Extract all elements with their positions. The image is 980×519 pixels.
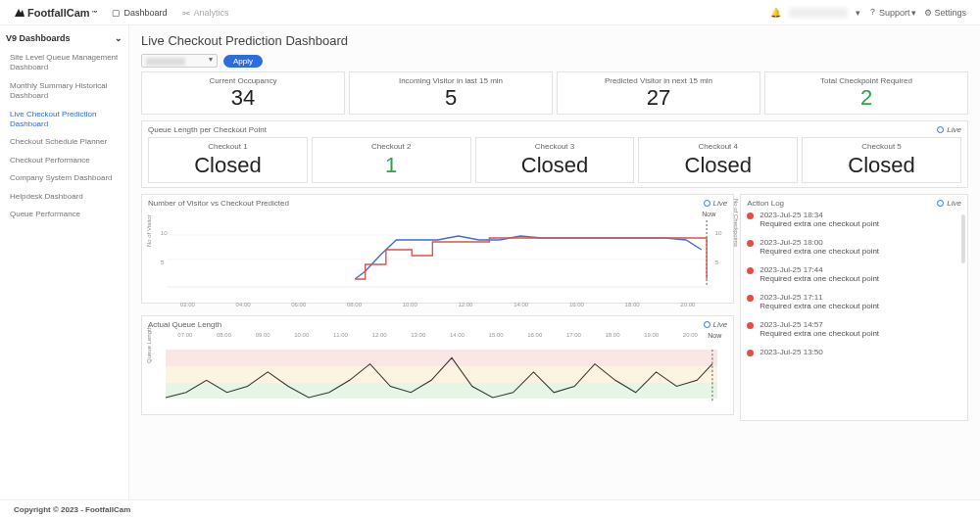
x-tick: 15:00 <box>476 332 515 338</box>
x-tick: 09:00 <box>243 332 282 338</box>
live-indicator: Live <box>704 199 728 208</box>
caret-down-icon: ▾ <box>911 8 916 18</box>
log-msg: Required extra one checkout point <box>760 302 879 310</box>
live-label: Live <box>947 125 961 134</box>
metric-label: Predicted Visitor in next 15 min <box>564 76 754 85</box>
y-axis-left-label: No of Visitor <box>146 215 152 248</box>
brand-name: FootfallCam <box>27 7 90 19</box>
settings-link[interactable]: ⚙ Settings <box>924 8 966 18</box>
nav-dashboard[interactable]: ▢ Dashboard <box>112 8 168 18</box>
brand-logo-icon <box>14 7 25 19</box>
x-tick: 06:00 <box>270 302 326 307</box>
x-tick: 18:00 <box>605 302 661 307</box>
y-tick: 10 <box>715 229 723 236</box>
metric-label: Current Occupancy <box>148 76 338 85</box>
nav-dashboard-label: Dashboard <box>124 8 168 18</box>
x-tick: 16:00 <box>515 332 555 338</box>
metric-value: 2 <box>771 86 961 110</box>
support-link[interactable]: ？ Support ▾ <box>868 6 917 19</box>
y-tick: 5 <box>715 259 719 265</box>
sidebar-item-3[interactable]: Checkout Schedule Planner <box>6 133 122 151</box>
queue-length-panel: Queue Length per Checkout Point Live Che… <box>141 120 968 188</box>
metric-value: 34 <box>148 86 338 110</box>
sidebar-item-5[interactable]: Company System Dashboard <box>6 169 122 187</box>
nav-analytics[interactable]: ⫘ Analytics <box>181 8 229 18</box>
copyright: Copyright © 2023 - FootfallCam <box>14 505 130 514</box>
nav-analytics-label: Analytics <box>194 8 229 18</box>
sidebar-item-7[interactable]: Queue Performance <box>6 206 122 223</box>
live-indicator: Live <box>937 125 961 134</box>
user-menu[interactable] <box>789 8 848 18</box>
log-item: 2023-Jul-25 17:11Required extra one chec… <box>747 293 957 310</box>
y-axis-left-label: Queue Length <box>146 326 152 363</box>
live-label: Live <box>947 199 961 208</box>
queue-line <box>166 358 712 399</box>
x-tick: 08:00 <box>326 302 382 307</box>
log-item: 2023-Jul-25 17:44Required extra one chec… <box>747 265 957 283</box>
x-tick: 20:00 <box>671 332 710 338</box>
log-time: 2023-Jul-25 14:57 <box>760 320 879 329</box>
filter-dropdown[interactable] <box>141 54 218 68</box>
sidebar-item-4[interactable]: Checkout Performance <box>6 152 122 169</box>
sidebar: V9 Dashboards ⌄ Site Level Queue Managem… <box>0 25 129 499</box>
sidebar-item-0[interactable]: Site Level Queue Management Dashboard <box>6 49 122 77</box>
x-tick: 02:00 <box>160 302 216 307</box>
metric-card-1: Incoming Visitor in last 15 min 5 <box>349 71 553 115</box>
panel-title: Queue Length per Checkout Point <box>148 125 267 134</box>
settings-label: Settings <box>934 8 966 18</box>
live-label: Live <box>713 320 728 329</box>
x-tick: 12:00 <box>438 302 494 307</box>
checkout-label: Checkout 5 <box>807 142 956 151</box>
log-time: 2023-Jul-25 13:50 <box>760 348 823 356</box>
x-tick: 08:00 <box>205 332 244 338</box>
log-time: 2023-Jul-25 17:44 <box>760 265 879 274</box>
x-tick: 11:00 <box>321 332 361 338</box>
help-icon: ？ <box>868 6 877 19</box>
log-msg: Required extra one checkout point <box>760 247 879 256</box>
log-msg: Required extra one checkout point <box>760 274 879 283</box>
dashboard-icon: ▢ <box>112 8 121 18</box>
bell-icon[interactable]: 🔔 <box>770 8 781 18</box>
checkout-label: Checkout 3 <box>480 142 630 151</box>
user-caret-icon[interactable]: ▾ <box>856 8 860 18</box>
x-tick: 14:00 <box>493 302 549 307</box>
checkout-label: Checkout 2 <box>317 142 466 151</box>
sidebar-group-header[interactable]: V9 Dashboards ⌄ <box>6 33 122 43</box>
checkout-value: Closed <box>643 153 793 178</box>
apply-button[interactable]: Apply <box>223 55 263 68</box>
x-tick: 12:00 <box>360 332 399 338</box>
scrollbar[interactable] <box>961 214 965 263</box>
checkpoint-step-line <box>355 238 707 279</box>
x-tick: 07:00 <box>166 332 205 338</box>
x-tick: 18:00 <box>593 332 632 338</box>
metrics-row: Current Occupancy 34 Incoming Visitor in… <box>141 71 968 115</box>
x-tick: 04:00 <box>216 302 271 307</box>
live-dot-icon <box>704 321 710 328</box>
sidebar-item-2[interactable]: Live Checkout Prediction Dashboard <box>6 106 122 134</box>
metric-card-3: Total Checkpoint Required 2 <box>764 71 968 115</box>
brand: FootfallCam™ <box>14 7 98 19</box>
live-dot-icon <box>937 126 944 133</box>
x-tick: 17:00 <box>555 332 594 338</box>
brand-tm: ™ <box>92 10 98 16</box>
x-tick: 10:00 <box>382 302 438 307</box>
support-label: Support <box>879 8 910 18</box>
log-list[interactable]: 2023-Jul-25 18:34Required extra one chec… <box>747 211 961 416</box>
log-time: 2023-Jul-25 18:34 <box>760 211 879 219</box>
checkout-card-3: Checkout 3 Closed <box>475 137 635 183</box>
sidebar-item-1[interactable]: Monthly Summary Historical Dashboard <box>6 77 122 106</box>
action-log-panel: Action Log Live 2023-Jul-25 18:34Require… <box>740 194 968 421</box>
footer: Copyright © 2023 - FootfallCam <box>0 499 980 519</box>
sidebar-item-6[interactable]: Helpdesk Dashboard <box>6 188 122 206</box>
metric-value: 5 <box>356 86 546 110</box>
main-content: Live Checkout Prediction Dashboard Apply… <box>129 25 980 499</box>
checkout-card-2: Checkout 2 1 <box>312 137 471 183</box>
x-axis-ticks: 07:00 08:00 09:00 10:00 11:00 12:00 13:0… <box>148 332 727 338</box>
y-axis-right-label: No of Checkpoints <box>733 199 739 247</box>
alert-dot-icon <box>747 295 754 302</box>
checkout-value: Closed <box>153 153 303 178</box>
now-label: Now <box>702 211 715 217</box>
metric-card-0: Current Occupancy 34 <box>141 71 345 115</box>
log-msg: Required extra one checkout point <box>760 329 879 338</box>
actual-queue-chart: Actual Queue Length Live Queue Length No… <box>141 315 734 415</box>
